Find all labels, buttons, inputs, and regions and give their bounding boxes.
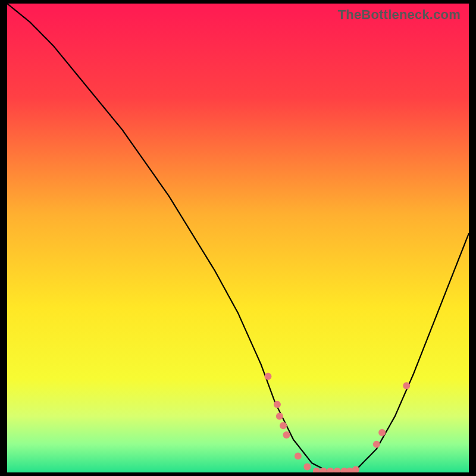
bottleneck-chart bbox=[7, 4, 469, 472]
marker-dot bbox=[303, 464, 311, 471]
marker-dot bbox=[373, 441, 380, 448]
marker-dot bbox=[403, 382, 410, 389]
chart-frame: TheBottleneck.com bbox=[7, 4, 469, 472]
marker-dot bbox=[274, 401, 281, 408]
marker-dot bbox=[264, 372, 271, 380]
marker-dot bbox=[283, 431, 290, 439]
marker-dot bbox=[276, 412, 283, 419]
marker-dot bbox=[280, 422, 287, 429]
marker-dot bbox=[378, 429, 386, 436]
marker-dot bbox=[295, 452, 302, 459]
watermark-text: TheBottleneck.com bbox=[338, 7, 461, 23]
